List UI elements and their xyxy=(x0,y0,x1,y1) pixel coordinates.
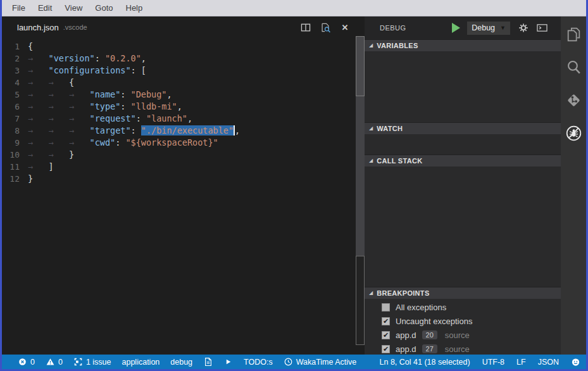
breakpoint-checkbox[interactable] xyxy=(382,303,390,311)
code-line[interactable]: 5→→→"name": "Debug", xyxy=(2,89,365,101)
files-icon[interactable] xyxy=(565,26,582,43)
watch-body[interactable] xyxy=(365,134,561,154)
section-header-call-stack[interactable]: ◢ CALL STACK xyxy=(365,154,561,167)
code-line[interactable]: 4→→{ xyxy=(2,77,365,89)
status-item-wakatime-active[interactable]: WakaTime Active xyxy=(284,357,357,367)
status-bar-left: 001 issueapplicationdebugTODO:sWakaTime … xyxy=(2,357,356,367)
scrollbar-outline-region[interactable] xyxy=(356,256,365,345)
breakpoint-row[interactable]: All exceptions xyxy=(365,300,561,314)
tab-whitespace-arrow: → xyxy=(28,53,49,65)
status-item-utf-8[interactable]: UTF-8 xyxy=(482,358,504,367)
tab-whitespace-arrow: → xyxy=(28,89,49,101)
breakpoint-row[interactable]: ✔app.d20source xyxy=(365,328,561,342)
tab-whitespace-arrow: → xyxy=(49,77,70,89)
scrollbar-thumb[interactable] xyxy=(356,36,365,96)
close-editor-icon[interactable]: ✕ xyxy=(339,22,351,33)
section-header-breakpoints[interactable]: ◢ BREAKPOINTS xyxy=(365,287,561,299)
status-item-0[interactable]: 0 xyxy=(46,357,63,367)
start-debug-icon[interactable] xyxy=(452,23,460,33)
call-stack-body[interactable] xyxy=(365,167,561,287)
section-header-variables[interactable]: ◢ VARIABLES xyxy=(365,39,561,51)
tab-whitespace-arrow: → xyxy=(49,137,70,149)
tab-whitespace-arrow: → xyxy=(28,77,49,89)
status-item-1-issue[interactable]: 1 issue xyxy=(73,357,111,367)
code-line[interactable]: 7→→→"request": "launch", xyxy=(2,113,365,125)
menu-help[interactable]: Help xyxy=(120,3,149,13)
menu-edit[interactable]: Edit xyxy=(32,3,58,13)
search-icon[interactable] xyxy=(565,59,582,76)
code-area[interactable]: 1{2→"version": "0.2.0",3→"configurations… xyxy=(2,38,365,185)
code-line[interactable]: 1{ xyxy=(2,41,365,53)
breakpoint-line-badge: 20 xyxy=(422,330,437,339)
status-item-text: 1 issue xyxy=(86,358,111,367)
line-number: 5 xyxy=(2,89,28,101)
tab-whitespace-arrow: → xyxy=(69,101,90,113)
tab-directory: .vscode xyxy=(63,23,87,31)
code-text: } xyxy=(28,173,33,185)
code-line[interactable]: 6→→→"type": "lldb-mi", xyxy=(2,101,365,113)
code-token: "lldb-mi" xyxy=(131,101,177,111)
status-item-json[interactable]: JSON xyxy=(538,358,559,367)
tab-whitespace-arrow: → xyxy=(28,125,49,137)
menu-goto[interactable]: Goto xyxy=(89,3,119,13)
section-header-watch[interactable]: ◢ WATCH xyxy=(365,122,561,134)
breakpoint-row[interactable]: ✔app.d27source xyxy=(365,342,561,356)
status-item[interactable] xyxy=(223,357,233,367)
status-item-todo-s[interactable]: TODO:s xyxy=(244,358,273,367)
breakpoint-checkbox[interactable]: ✔ xyxy=(382,331,390,339)
code-line[interactable]: 9→→→"cwd": "${workspaceRoot}" xyxy=(2,137,365,149)
code-token: "request" xyxy=(90,113,136,123)
code-line[interactable]: 3→"configurations": [ xyxy=(2,65,365,77)
code-text: →→→"request": "launch", xyxy=(28,113,192,125)
line-number: 8 xyxy=(2,125,28,137)
debug-disabled-icon[interactable] xyxy=(565,125,582,142)
debug-console-icon[interactable] xyxy=(536,22,548,34)
gear-icon[interactable] xyxy=(517,22,529,34)
status-item-application[interactable]: application xyxy=(122,358,160,367)
tab-whitespace-arrow: → xyxy=(49,125,70,137)
breakpoint-checkbox[interactable]: ✔ xyxy=(382,345,390,353)
menu-view[interactable]: View xyxy=(58,3,89,13)
code-line[interactable]: 11→] xyxy=(2,161,365,173)
code-token: : xyxy=(95,53,105,63)
code-text: →→{ xyxy=(28,77,74,89)
code-line[interactable]: 2→"version": "0.2.0", xyxy=(2,53,365,65)
status-item-debug[interactable]: debug xyxy=(170,358,192,367)
editor-pane: launch.json .vscode ✕ 1{2→"version": "0.… xyxy=(2,16,365,355)
status-item[interactable] xyxy=(571,357,580,367)
git-icon[interactable] xyxy=(565,92,582,109)
status-item-lf[interactable]: LF xyxy=(516,358,526,367)
selected-text: "./bin/executable" xyxy=(141,125,234,135)
file-doc-icon xyxy=(203,357,213,367)
tab-whitespace-arrow: → xyxy=(49,89,70,101)
status-item-0[interactable]: 0 xyxy=(18,357,35,367)
menu-file[interactable]: File xyxy=(6,3,32,13)
breakpoint-note: source xyxy=(445,330,470,340)
code-line[interactable]: 10→→} xyxy=(2,149,365,161)
line-number: 12 xyxy=(2,173,28,185)
split-editor-icon[interactable] xyxy=(300,22,311,33)
line-number: 2 xyxy=(2,53,28,65)
status-item-ln-8-col-41-18-selected-[interactable]: Ln 8, Col 41 (18 selected) xyxy=(380,358,470,367)
section-label: CALL STACK xyxy=(377,157,422,165)
debug-config-dropdown[interactable]: Debug ▼ xyxy=(467,22,510,35)
code-token: , xyxy=(187,113,192,123)
variables-body[interactable] xyxy=(365,51,561,122)
tab-whitespace-arrow: → xyxy=(28,161,49,173)
line-number: 9 xyxy=(2,137,28,149)
line-number: 3 xyxy=(2,65,28,77)
tab-whitespace-arrow: → xyxy=(28,149,49,161)
code-line[interactable]: 12} xyxy=(2,173,365,185)
status-item[interactable] xyxy=(203,357,213,367)
code-line[interactable]: 8→→→"target": "./bin/executable", xyxy=(2,125,365,137)
editor-scrollbar[interactable] xyxy=(356,36,365,345)
breakpoint-checkbox[interactable]: ✔ xyxy=(382,317,390,325)
clock-icon xyxy=(284,357,293,367)
tab-filename[interactable]: launch.json xyxy=(17,23,59,32)
open-preview-icon[interactable] xyxy=(320,22,331,33)
collapse-arrow-icon: ◢ xyxy=(369,43,373,48)
code-token: "name" xyxy=(90,89,121,99)
breakpoint-row[interactable]: ✔Uncaught exceptions xyxy=(365,314,561,328)
breakpoint-line-badge: 27 xyxy=(422,344,437,353)
line-number: 4 xyxy=(2,77,28,89)
